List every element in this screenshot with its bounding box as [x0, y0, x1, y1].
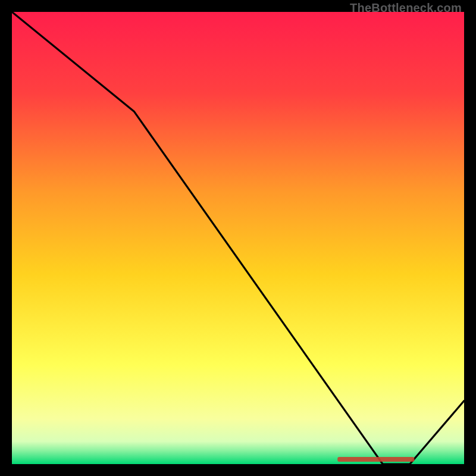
chart-frame: [12, 12, 464, 464]
optimum-range-marker: [337, 457, 414, 462]
bottleneck-chart: [12, 12, 464, 464]
watermark-text: TheBottleneck.com: [350, 1, 462, 15]
gradient-background: [12, 12, 464, 464]
